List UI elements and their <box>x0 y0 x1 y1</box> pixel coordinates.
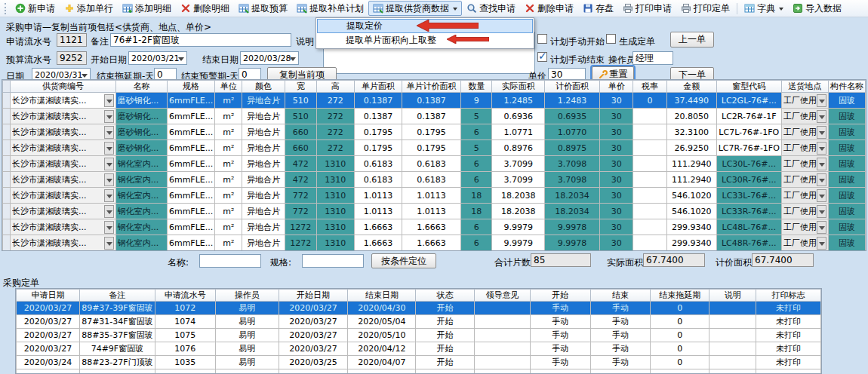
grid-cell[interactable]: 2020/03/27 <box>17 302 80 315</box>
grid-cell[interactable]: 272 <box>316 93 354 109</box>
grid-cell[interactable]: 工厂使用 <box>781 235 828 251</box>
grid-cell[interactable]: 固玻 <box>828 188 865 204</box>
grid-cell[interactable]: 固玻 <box>828 140 865 156</box>
grid-cell[interactable]: 772 <box>285 204 316 219</box>
delete-request-button[interactable]: 删除申请 <box>520 1 578 16</box>
grid-cell[interactable]: 660 <box>285 124 316 140</box>
chevron-down-icon[interactable] <box>104 110 114 123</box>
grid-cell[interactable]: 未打印 <box>756 329 821 342</box>
manual-start-checkbox[interactable] <box>537 34 547 44</box>
grid-cell[interactable]: 1.2483 <box>545 93 600 109</box>
grid-cell[interactable]: 0.1387 <box>354 93 402 109</box>
grid-cell[interactable]: 2020/03/27 <box>17 315 80 329</box>
grid-cell[interactable]: 18 <box>461 188 492 204</box>
grid-cell[interactable]: 固玻 <box>828 204 865 219</box>
grid-cell[interactable]: LC30L-76#... <box>716 156 781 172</box>
grid-cell[interactable]: 1.0113 <box>402 188 460 204</box>
chevron-down-icon[interactable] <box>104 237 114 250</box>
grid-cell[interactable]: 钢化室内... <box>115 219 167 235</box>
grid-cell[interactable]: 固玻 <box>828 235 865 251</box>
grid-cell[interactable]: 异地合片 <box>242 235 285 251</box>
grid-cell[interactable]: 长沙市潇湘玻璃实... <box>10 188 115 204</box>
operator-input[interactable] <box>633 51 673 65</box>
grid-cell[interactable]: 1272 <box>285 235 316 251</box>
grid-cell[interactable]: 9.9979 <box>492 235 545 251</box>
grid-cell[interactable]: 开始 <box>416 342 475 356</box>
grid-cell[interactable]: 易明 <box>215 302 279 315</box>
add-detail-button[interactable]: 添加明细 <box>118 1 176 16</box>
delete-detail-button[interactable]: 删除明细 <box>176 1 234 16</box>
grid-cell[interactable]: 299.9340 <box>666 219 716 235</box>
chevron-down-icon[interactable] <box>817 142 826 155</box>
grid-cell[interactable]: 9.9979 <box>492 219 545 235</box>
grid-row[interactable]: 长沙市潇湘玻璃实...磨砂钢化...6mmFLE...m²异地合片6602720… <box>3 124 866 140</box>
grid-cell[interactable]: 异地合片 <box>242 172 285 188</box>
grid-cell[interactable]: 长沙市潇湘玻璃实... <box>10 219 115 235</box>
row-selector[interactable] <box>3 172 11 188</box>
grid-cell[interactable]: 30 <box>600 188 633 204</box>
grid-cell[interactable]: 6 <box>461 172 492 188</box>
grid-cell[interactable]: 6 <box>461 219 492 235</box>
grid-cell[interactable]: 546.1020 <box>666 188 716 204</box>
grid-cell[interactable]: 工厂使用 <box>781 93 828 109</box>
grid-cell[interactable]: 0 <box>651 315 709 329</box>
grid-cell[interactable]: 1310 <box>316 188 354 204</box>
extract-budget-button[interactable]: 提取预算 <box>234 1 292 16</box>
row-selector[interactable] <box>3 124 11 140</box>
row-selector[interactable] <box>3 156 11 172</box>
grid-row[interactable]: 2020/03/2774#9F窗固玻1076易明2020/03/272020/0… <box>17 342 821 356</box>
grid-cell[interactable]: 1310 <box>316 172 354 188</box>
grid-cell[interactable]: LC48R-76#... <box>716 235 781 251</box>
grid-cell[interactable]: 手动 <box>530 315 590 329</box>
chevron-down-icon[interactable] <box>104 189 114 202</box>
grid-cell[interactable]: 钢化室内... <box>115 156 167 172</box>
grid-cell[interactable]: 2020/03/27 <box>279 342 348 356</box>
grid-cell[interactable] <box>633 109 666 124</box>
grid-cell[interactable]: 546.1020 <box>666 204 716 219</box>
grid-cell[interactable]: 0 <box>651 302 709 315</box>
grid-cell[interactable]: 易明 <box>215 342 279 356</box>
grid-cell[interactable]: 2020/03/27 <box>279 302 348 315</box>
grid-cell[interactable]: LC2GL-76#... <box>716 93 781 109</box>
grid-cell[interactable]: 6mmFLE... <box>167 172 214 188</box>
grid-cell[interactable]: 长沙市潇湘玻璃实... <box>10 235 115 251</box>
grid-cell[interactable]: 手动 <box>590 342 651 356</box>
grid-row[interactable]: 长沙市潇湘玻璃实...磨砂钢化...6mmFLE...m²异地合片5102720… <box>3 109 866 124</box>
grid-cell[interactable]: m² <box>215 188 242 204</box>
chevron-down-icon[interactable] <box>104 94 114 107</box>
grid-cell[interactable]: 111.2940 <box>666 172 716 188</box>
grid-cell[interactable]: m² <box>215 156 242 172</box>
grid-cell[interactable] <box>633 235 666 251</box>
grid-cell[interactable]: 未打印 <box>756 302 821 315</box>
grid-cell[interactable]: 手动 <box>530 329 590 342</box>
grid-cell[interactable]: 2020/03/27 <box>17 329 80 342</box>
grid-cell[interactable]: 0.1387 <box>402 109 460 124</box>
grid-cell[interactable]: 固玻 <box>828 109 865 124</box>
menu-item-extract-area-roundup[interactable]: 提取单片面积向上取整 <box>317 33 533 48</box>
grid-cell[interactable]: 30 <box>600 219 633 235</box>
grid-cell[interactable]: 固玻 <box>828 124 865 140</box>
grid-cell[interactable]: 30 <box>600 140 633 156</box>
grid-cell[interactable]: 299.9340 <box>666 235 716 251</box>
chevron-down-icon[interactable] <box>817 205 826 218</box>
grid-cell[interactable]: 0.1795 <box>402 140 460 156</box>
grid-cell[interactable]: 工厂使用 <box>781 140 828 156</box>
grid-cell[interactable]: LC7R-76#-1FO <box>716 140 781 156</box>
locate-by-condition-button[interactable]: 按条件定位 <box>371 253 436 268</box>
grid-row[interactable]: 2020/03/2488#23-27F门顶玻1035易明2020/03/2520… <box>17 356 821 369</box>
grid-cell[interactable]: 1.2485 <box>492 93 545 109</box>
grid-cell[interactable]: 异地合片 <box>242 124 285 140</box>
grid-cell[interactable]: 272 <box>316 140 354 156</box>
grid-cell[interactable]: 手动 <box>530 302 590 315</box>
grid-cell[interactable]: 1074 <box>155 315 215 329</box>
print-request-button[interactable]: 打印申请 <box>618 1 676 16</box>
grid-cell[interactable]: 0.6183 <box>354 172 402 188</box>
grid-cell[interactable] <box>633 204 666 219</box>
grid-cell[interactable]: m² <box>215 204 242 219</box>
chevron-down-icon[interactable] <box>104 142 114 155</box>
grid-cell[interactable]: 1035 <box>155 356 215 369</box>
budget-input[interactable] <box>57 51 87 65</box>
grid-cell[interactable]: 20.8050 <box>666 109 716 124</box>
grid-cell[interactable]: 磨砂钢化... <box>115 124 167 140</box>
grid-cell[interactable]: 18.2034 <box>545 188 600 204</box>
